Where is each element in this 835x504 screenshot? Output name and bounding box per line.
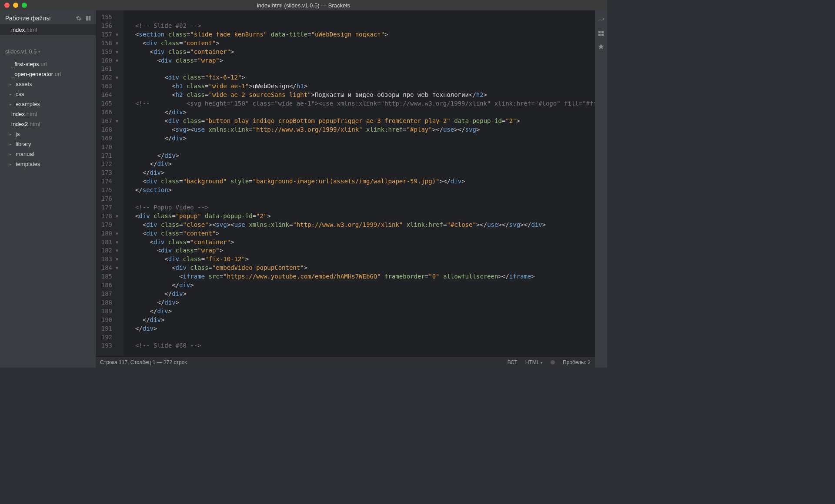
- code-editor[interactable]: 155156157▼158▼159▼160▼161162▼16316416516…: [96, 10, 595, 356]
- tree-folder[interactable]: manual: [0, 149, 96, 159]
- code-content[interactable]: <!-- Slide #02 --> <section class="slide…: [124, 10, 595, 356]
- insert-mode-toggle[interactable]: ВСТ: [508, 359, 518, 365]
- live-preview-icon[interactable]: [597, 16, 605, 23]
- tree-file[interactable]: index.html: [0, 109, 96, 119]
- right-toolbar: [595, 10, 607, 368]
- working-files-label: Рабочие файлы: [5, 15, 50, 22]
- split-view-icon[interactable]: [85, 15, 91, 21]
- tree-file[interactable]: index2.html: [0, 119, 96, 129]
- tree-file[interactable]: _first-steps.url: [0, 59, 96, 69]
- indentation-setting[interactable]: Пробелы: 2: [563, 359, 591, 365]
- project-dropdown[interactable]: slides.v1.0.5 ▾: [0, 44, 96, 57]
- tree-file[interactable]: _open-generator.url: [0, 69, 96, 79]
- tree-folder[interactable]: examples: [0, 99, 96, 109]
- plugin-icon[interactable]: [597, 43, 605, 51]
- window-title: index.html (slides.v1.0.5) — Brackets: [0, 2, 607, 9]
- tree-folder[interactable]: assets: [0, 79, 96, 89]
- language-dropdown[interactable]: HTML: [525, 359, 543, 365]
- tree-folder[interactable]: js: [0, 129, 96, 139]
- gutter[interactable]: 155156157▼158▼159▼160▼161162▼16316416516…: [96, 10, 124, 356]
- project-name: slides.v1.0.5: [5, 48, 37, 55]
- chevron-down-icon: ▾: [38, 50, 40, 54]
- tree-folder[interactable]: library: [0, 139, 96, 149]
- working-files-header: Рабочие файлы: [0, 10, 96, 24]
- tree-folder[interactable]: templates: [0, 159, 96, 169]
- sidebar: Рабочие файлы index.html slides.v1.0.5 ▾…: [0, 10, 96, 368]
- working-file-item[interactable]: index.html: [0, 24, 96, 35]
- status-indicator-icon: [551, 360, 555, 365]
- statusbar: Строка 117, Столбец 1 — 372 строк ВСТ HT…: [96, 356, 595, 368]
- titlebar: index.html (slides.v1.0.5) — Brackets: [0, 0, 607, 10]
- extensions-icon[interactable]: [597, 30, 605, 37]
- gear-icon[interactable]: [76, 15, 82, 21]
- cursor-position[interactable]: Строка 117, Столбец 1 — 372 строк: [100, 359, 187, 365]
- tree-folder[interactable]: css: [0, 89, 96, 99]
